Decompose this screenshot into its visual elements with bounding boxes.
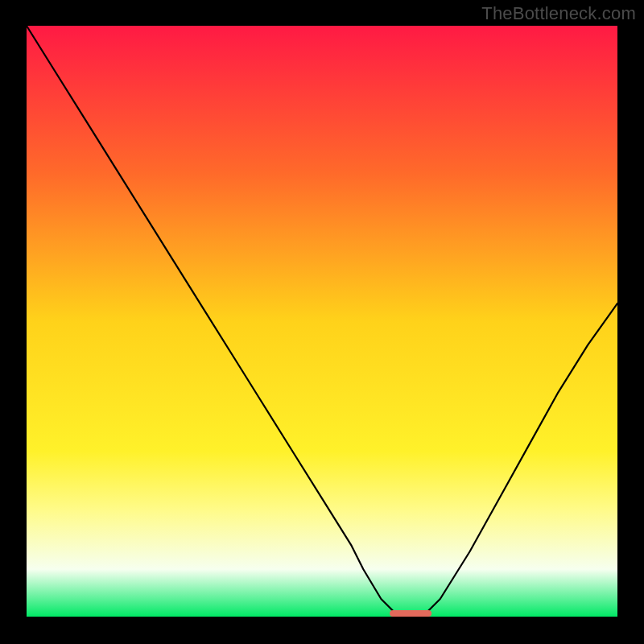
chart-frame: TheBottleneck.com [0, 0, 644, 644]
watermark-text: TheBottleneck.com [481, 3, 636, 24]
chart-svg [0, 0, 644, 644]
gradient-background [27, 26, 617, 617]
